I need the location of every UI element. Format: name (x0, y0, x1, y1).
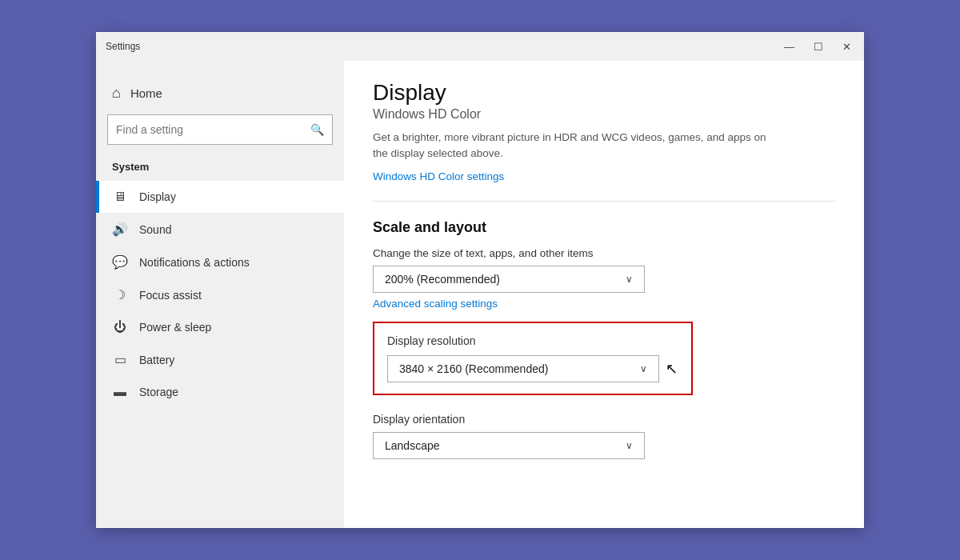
sidebar-item-battery[interactable]: ▭ Battery (96, 343, 344, 376)
power-icon: ⏻ (112, 320, 128, 334)
window-title: Settings (106, 41, 140, 52)
sidebar-sound-label: Sound (139, 223, 171, 236)
orientation-dropdown-arrow: ∨ (626, 440, 633, 451)
sidebar-section-label: System (96, 158, 344, 181)
sidebar-item-notifications[interactable]: 💬 Notifications & actions (96, 246, 344, 278)
settings-window: Settings — ☐ ✕ ⌂ Home 🔍 System 🖥 Display (96, 32, 864, 528)
notifications-icon: 💬 (112, 254, 128, 270)
maximize-button[interactable]: ☐ (810, 41, 826, 53)
search-box[interactable]: 🔍 (107, 114, 333, 145)
scale-value: 200% (Recommended) (385, 273, 500, 286)
main-content: Display Windows HD Color Get a brighter,… (344, 61, 864, 528)
resolution-dropdown-arrow: ∨ (640, 363, 647, 374)
sidebar-display-label: Display (139, 190, 176, 203)
sidebar-item-power[interactable]: ⏻ Power & sleep (96, 311, 344, 343)
orientation-dropdown[interactable]: Landscape ∨ (373, 432, 645, 459)
page-title: Display (373, 80, 835, 106)
scale-dropdown-arrow: ∨ (626, 274, 633, 285)
orientation-block: Display orientation Landscape ∨ (373, 413, 835, 459)
sidebar-battery-label: Battery (139, 354, 174, 366)
resolution-block: Display resolution 3840 × 2160 (Recommen… (373, 322, 693, 395)
sidebar-item-storage[interactable]: ▬ Storage (96, 376, 344, 408)
home-icon: ⌂ (112, 85, 121, 102)
resolution-value: 3840 × 2160 (Recommended) (399, 362, 548, 375)
section-subtitle: Windows HD Color (373, 107, 835, 122)
orientation-value: Landscape (385, 439, 440, 452)
cursor-indicator: ↖ (666, 360, 678, 378)
scale-label: Change the size of text, apps, and other… (373, 247, 835, 259)
battery-icon: ▭ (112, 352, 128, 367)
scale-section-title: Scale and layout (373, 219, 835, 236)
sound-icon: 🔊 (112, 222, 128, 237)
display-icon: 🖥 (112, 190, 128, 204)
search-icon: 🔍 (310, 123, 324, 136)
sidebar-item-display[interactable]: 🖥 Display (96, 181, 344, 213)
scale-dropdown[interactable]: 200% (Recommended) ∨ (373, 266, 645, 293)
sidebar-storage-label: Storage (139, 386, 178, 398)
advanced-scaling-link[interactable]: Advanced scaling settings (373, 298, 498, 310)
minimize-button[interactable]: — (781, 41, 798, 53)
sidebar-notifications-label: Notifications & actions (139, 256, 250, 269)
resolution-label: Display resolution (387, 334, 678, 347)
resolution-dropdown[interactable]: 3840 × 2160 (Recommended) ∨ (387, 355, 659, 382)
sidebar: ⌂ Home 🔍 System 🖥 Display 🔊 Sound 💬 Noti… (96, 61, 344, 528)
window-body: ⌂ Home 🔍 System 🖥 Display 🔊 Sound 💬 Noti… (96, 61, 864, 528)
home-label: Home (130, 86, 162, 100)
search-input[interactable] (116, 123, 310, 136)
storage-icon: ▬ (112, 385, 128, 399)
divider-1 (373, 201, 835, 202)
sidebar-focus-label: Focus assist (139, 289, 202, 302)
sidebar-item-focus[interactable]: ☽ Focus assist (96, 278, 344, 311)
orientation-label: Display orientation (373, 413, 835, 426)
sidebar-item-sound[interactable]: 🔊 Sound (96, 213, 344, 246)
sidebar-item-home[interactable]: ⌂ Home (96, 77, 344, 114)
window-controls: — ☐ ✕ (781, 41, 854, 53)
close-button[interactable]: ✕ (839, 41, 854, 53)
sidebar-power-label: Power & sleep (139, 321, 211, 334)
hd-color-link[interactable]: Windows HD Color settings (373, 170, 504, 182)
title-bar: Settings — ☐ ✕ (96, 32, 864, 61)
hd-color-description: Get a brighter, more vibrant picture in … (373, 130, 773, 162)
focus-icon: ☽ (112, 287, 128, 302)
